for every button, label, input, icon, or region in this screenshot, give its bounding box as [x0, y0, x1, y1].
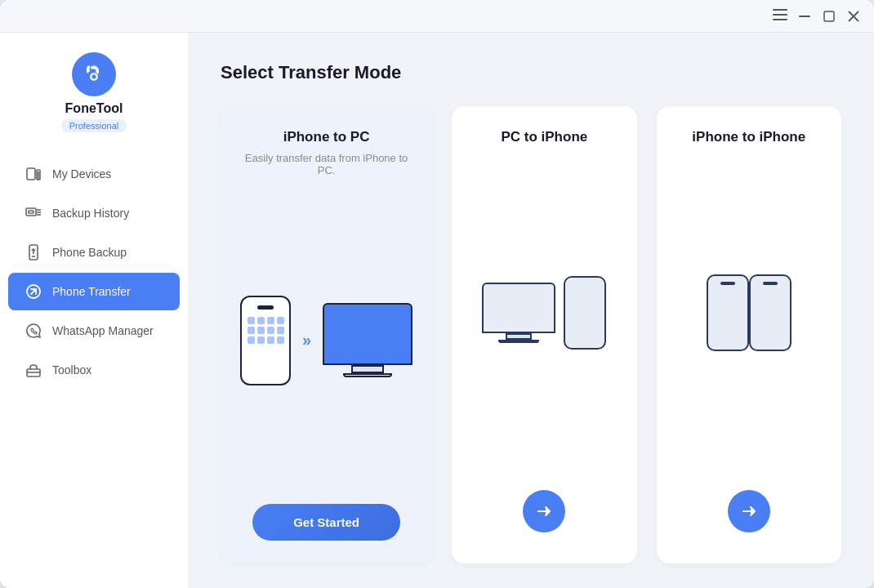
- illustration-pc-to-iphone: [471, 152, 617, 474]
- svg-rect-13: [26, 208, 36, 216]
- sidebar-label-phone-transfer: Phone Transfer: [52, 285, 131, 298]
- sidebar-label-toolbox: Toolbox: [52, 363, 91, 376]
- illustration-iphone-to-iphone: [676, 152, 822, 474]
- transfer-arrows: »: [302, 331, 311, 350]
- svg-rect-14: [29, 211, 33, 213]
- title-bar: [0, 0, 874, 33]
- monitor-base: [343, 373, 392, 377]
- sidebar-item-backup-history[interactable]: Backup History: [8, 194, 180, 232]
- get-started-button[interactable]: Get Started: [252, 504, 400, 541]
- card-title-iphone-to-iphone: iPhone to iPhone: [692, 129, 805, 145]
- pc-screen: [482, 283, 555, 333]
- svg-point-9: [91, 75, 96, 79]
- page-title: Select Transfer Mode: [221, 62, 841, 83]
- pc-stand: [506, 333, 532, 340]
- sidebar: FoneTool Professional My Devices: [0, 33, 188, 588]
- card-iphone-to-pc: iPhone to PC Easily transfer data from i…: [221, 106, 432, 564]
- svg-rect-1: [773, 14, 787, 16]
- svg-rect-4: [824, 11, 834, 21]
- professional-badge: Professional: [61, 119, 127, 132]
- sidebar-label-my-devices: My Devices: [52, 167, 111, 180]
- transfer-mode-cards: iPhone to PC Easily transfer data from i…: [221, 106, 841, 564]
- svg-rect-0: [773, 9, 787, 11]
- app-body: FoneTool Professional My Devices: [0, 33, 874, 588]
- svg-rect-2: [773, 19, 787, 20]
- toolbox-icon: [25, 361, 42, 379]
- close-button[interactable]: [846, 9, 861, 24]
- sidebar-label-whatsapp-manager: WhatsApp Manager: [52, 324, 154, 337]
- phone-shape-source: [240, 296, 291, 385]
- card-pc-to-iphone: PC to iPhone: [452, 106, 636, 564]
- whatsapp-icon: [25, 322, 42, 340]
- monitor-shape-dest: [323, 303, 412, 377]
- main-content: Select Transfer Mode iPhone to PC Easily…: [188, 33, 874, 588]
- maximize-button[interactable]: [822, 9, 836, 24]
- sidebar-label-phone-backup: Phone Backup: [52, 246, 127, 259]
- svg-rect-3: [799, 16, 810, 17]
- arrow-right-icon2: [740, 502, 758, 520]
- logo-area: FoneTool Professional: [61, 52, 127, 132]
- phone-notch: [257, 305, 274, 310]
- card-title-pc-to-iphone: PC to iPhone: [501, 129, 587, 145]
- sidebar-item-phone-transfer[interactable]: Phone Transfer: [8, 273, 180, 310]
- svg-rect-10: [27, 168, 35, 180]
- transfer-icon: [25, 283, 42, 301]
- sidebar-item-toolbox[interactable]: Toolbox: [8, 351, 180, 389]
- phone3b-notch: [763, 282, 778, 285]
- app-window: FoneTool Professional My Devices: [0, 0, 874, 588]
- minimize-button[interactable]: [797, 9, 812, 24]
- arrow-right-icon: [535, 502, 553, 520]
- app-logo: [72, 52, 116, 96]
- sidebar-item-whatsapp-manager[interactable]: WhatsApp Manager: [8, 312, 180, 350]
- pc-base: [498, 340, 539, 343]
- backup-icon: [25, 204, 42, 222]
- monitor-screen: [323, 303, 412, 365]
- phone-shape-source3: [707, 274, 749, 351]
- menu-icon[interactable]: [773, 9, 787, 24]
- phone-shape-dest3: [749, 274, 792, 351]
- illustration-iphone-to-pc: »: [240, 193, 412, 488]
- sidebar-item-my-devices[interactable]: My Devices: [8, 155, 180, 193]
- sidebar-item-phone-backup[interactable]: Phone Backup: [8, 234, 180, 271]
- sidebar-label-backup-history: Backup History: [52, 207, 129, 220]
- phone-apps-grid: [244, 314, 288, 347]
- phone-backup-icon: [25, 243, 42, 261]
- pc-to-iphone-arrow-button[interactable]: [523, 490, 565, 532]
- card-desc-iphone-to-pc: Easily transfer data from iPhone to PC.: [240, 152, 412, 176]
- iphone-to-iphone-arrow-button[interactable]: [728, 490, 770, 532]
- phone3-notch: [720, 282, 735, 285]
- card-iphone-to-iphone: iPhone to iPhone: [657, 106, 841, 564]
- device-icon: [25, 165, 42, 183]
- pc-monitor-source: [482, 283, 555, 343]
- monitor-stand: [351, 365, 384, 373]
- logo-text: FoneTool: [65, 101, 123, 116]
- phone-shape-dest2: [564, 276, 606, 350]
- nav-menu: My Devices Backup History: [0, 155, 188, 389]
- card-title-iphone-to-pc: iPhone to PC: [283, 129, 370, 145]
